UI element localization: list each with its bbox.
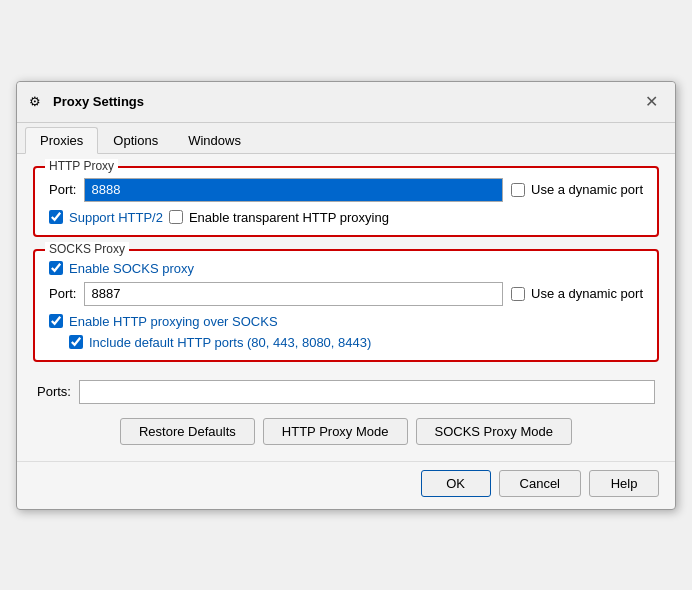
tab-windows[interactable]: Windows	[173, 127, 256, 153]
socks-port-input[interactable]	[84, 282, 503, 306]
ports-input[interactable]	[79, 380, 655, 404]
http-dynamic-port-label: Use a dynamic port	[531, 182, 643, 197]
ports-label: Ports:	[37, 384, 71, 399]
proxy-settings-dialog: ⚙ Proxy Settings ✕ Proxies Options Windo…	[16, 81, 676, 510]
include-default-ports-label: Include default HTTP ports (80, 443, 808…	[89, 335, 371, 350]
help-button[interactable]: Help	[589, 470, 659, 497]
enable-http-over-socks-label: Enable HTTP proxying over SOCKS	[69, 314, 278, 329]
bottom-buttons-row: Restore Defaults HTTP Proxy Mode SOCKS P…	[33, 410, 659, 449]
include-default-ports-checkbox[interactable]	[69, 335, 83, 349]
socks-proxy-mode-button[interactable]: SOCKS Proxy Mode	[416, 418, 573, 445]
restore-defaults-button[interactable]: Restore Defaults	[120, 418, 255, 445]
enable-http-over-socks-row: Enable HTTP proxying over SOCKS	[49, 314, 643, 329]
http-dynamic-port-area: Use a dynamic port	[511, 182, 643, 197]
enable-socks-label: Enable SOCKS proxy	[69, 261, 194, 276]
ok-button[interactable]: OK	[421, 470, 491, 497]
enable-transparent-label: Enable transparent HTTP proxying	[189, 210, 389, 225]
dialog-title: Proxy Settings	[53, 94, 144, 109]
title-bar: ⚙ Proxy Settings ✕	[17, 82, 675, 123]
socks-port-row: Port: Use a dynamic port	[49, 282, 643, 306]
ports-row: Ports:	[33, 374, 659, 410]
http-port-label: Port:	[49, 182, 76, 197]
http-proxy-mode-button[interactable]: HTTP Proxy Mode	[263, 418, 408, 445]
tabs-bar: Proxies Options Windows	[17, 123, 675, 154]
http-port-row: Port: Use a dynamic port	[49, 178, 643, 202]
tab-options[interactable]: Options	[98, 127, 173, 153]
cancel-button[interactable]: Cancel	[499, 470, 581, 497]
socks-proxy-section: SOCKS Proxy Enable SOCKS proxy Port: Use…	[33, 249, 659, 362]
socks-dynamic-port-checkbox[interactable]	[511, 287, 525, 301]
http-proxy-label: HTTP Proxy	[45, 159, 118, 173]
socks-proxy-label: SOCKS Proxy	[45, 242, 129, 256]
support-http2-label: Support HTTP/2	[69, 210, 163, 225]
http-dynamic-port-checkbox[interactable]	[511, 183, 525, 197]
socks-port-label: Port:	[49, 286, 76, 301]
enable-transparent-checkbox[interactable]	[169, 210, 183, 224]
support-http2-checkbox[interactable]	[49, 210, 63, 224]
include-default-ports-row: Include default HTTP ports (80, 443, 808…	[69, 335, 643, 350]
tab-content: HTTP Proxy Port: Use a dynamic port Supp…	[17, 154, 675, 461]
enable-socks-row: Enable SOCKS proxy	[49, 261, 643, 276]
support-http2-row: Support HTTP/2 Enable transparent HTTP p…	[49, 210, 643, 225]
footer-row: OK Cancel Help	[17, 461, 675, 509]
enable-http-over-socks-checkbox[interactable]	[49, 314, 63, 328]
enable-socks-checkbox[interactable]	[49, 261, 63, 275]
tab-proxies[interactable]: Proxies	[25, 127, 98, 154]
http-proxy-section: HTTP Proxy Port: Use a dynamic port Supp…	[33, 166, 659, 237]
socks-dynamic-port-label: Use a dynamic port	[531, 286, 643, 301]
dialog-icon: ⚙	[29, 94, 45, 110]
http-port-input[interactable]	[84, 178, 503, 202]
title-bar-left: ⚙ Proxy Settings	[29, 94, 144, 110]
socks-dynamic-port-area: Use a dynamic port	[511, 286, 643, 301]
close-button[interactable]: ✕	[639, 90, 663, 114]
